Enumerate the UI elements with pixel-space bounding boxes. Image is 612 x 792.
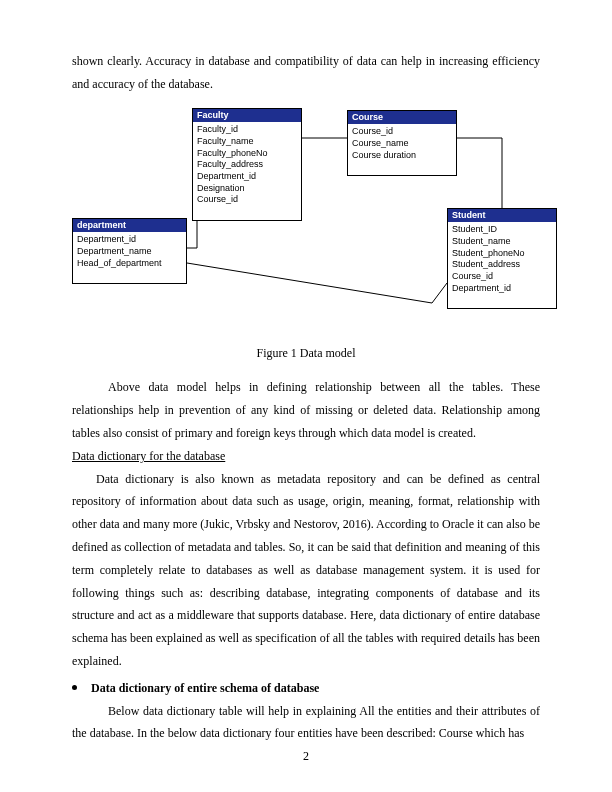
entity-student-title: Student [448,209,556,223]
bullet-paragraph: Below data dictionary table will help in… [72,700,540,746]
entity-department: department Department_id Department_name… [72,218,187,285]
entity-attr: Head_of_department [77,258,182,270]
entity-course: Course Course_id Course_name Course dura… [347,110,457,177]
entity-attr: Faculty_phoneNo [197,148,297,160]
entity-attr: Student_phoneNo [452,248,552,260]
bullet-icon [72,685,77,690]
figure-caption: Figure 1 Data model [72,342,540,365]
entity-attr: Course_name [352,138,452,150]
entity-faculty-title: Faculty [193,109,301,123]
entity-attr: Student_address [452,259,552,271]
data-dictionary-paragraph: Data dictionary is also known as metadat… [72,468,540,673]
entity-attr: Student_ID [452,224,552,236]
entity-attr: Course_id [197,194,297,206]
entity-attr: Course_id [452,271,552,283]
entity-attr: Department_id [77,234,182,246]
bullet-heading-text: Data dictionary of entire schema of data… [91,677,319,700]
entity-course-title: Course [348,111,456,125]
entity-attr: Student_name [452,236,552,248]
entity-attr: Department_name [77,246,182,258]
bullet-item: Data dictionary of entire schema of data… [72,677,540,700]
entity-attr: Faculty_id [197,124,297,136]
entity-student: Student Student_ID Student_name Student_… [447,208,557,310]
entity-attr: Faculty_name [197,136,297,148]
page-number: 2 [0,745,612,768]
model-paragraph: Above data model helps in defining relat… [72,376,540,444]
intro-paragraph: shown clearly. Accuracy in database and … [72,50,540,96]
entity-faculty: Faculty Faculty_id Faculty_name Faculty_… [192,108,302,222]
entity-department-title: department [73,219,186,233]
entity-attr: Department_id [452,283,552,295]
entity-attr: Designation [197,183,297,195]
er-diagram: Faculty Faculty_id Faculty_name Faculty_… [72,108,540,338]
data-dictionary-heading: Data dictionary for the database [72,445,540,468]
entity-attr: Course_id [352,126,452,138]
entity-attr: Department_id [197,171,297,183]
entity-attr: Course duration [352,150,452,162]
entity-attr: Faculty_address [197,159,297,171]
